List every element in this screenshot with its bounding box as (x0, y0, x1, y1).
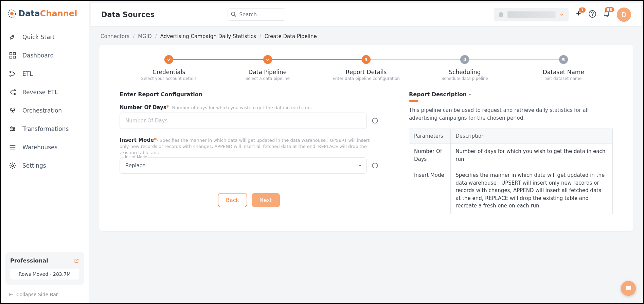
bell-badge: 98 (605, 7, 614, 12)
chat-button[interactable] (621, 281, 636, 296)
svg-point-8 (10, 75, 11, 77)
divider (133, 184, 365, 184)
etl-icon (9, 70, 16, 78)
collapse-sidebar[interactable]: Collapse Side Bar (5, 290, 84, 299)
sidebar-item-label: Quick Start (22, 34, 55, 40)
number-of-days-input[interactable] (120, 113, 367, 129)
sidebar-item-label: Warehouses (22, 144, 57, 151)
param-name: Insert Mode (409, 167, 451, 214)
days-label: Number Of Days*- Number of days for whic… (120, 104, 378, 111)
sidebar-item-transformations[interactable]: Transformations (5, 120, 84, 137)
notifications-button[interactable]: 98 (603, 10, 611, 19)
sidebar-item-dashboard[interactable]: Dashboard (5, 47, 84, 64)
sidebar-item-orchestration[interactable]: Orchestration (5, 102, 84, 119)
svg-rect-4 (13, 53, 15, 55)
breadcrumb-item[interactable]: Create Data Pipeline (265, 33, 317, 39)
collapse-icon (9, 292, 14, 297)
sidebar-item-warehouses[interactable]: Warehouses (5, 139, 84, 156)
breadcrumb-item[interactable]: Advertising Campaign Daily Statistics (160, 33, 256, 39)
search (228, 9, 285, 21)
main: Data Sources 1 98 D Con (89, 1, 643, 303)
page-title: Data Sources (101, 11, 155, 19)
topbar: Data Sources 1 98 D (91, 3, 641, 27)
chat-icon (625, 285, 632, 292)
sidebar-item-settings[interactable]: Settings (5, 157, 84, 174)
stepper: Credentials Select your account details … (120, 55, 613, 81)
svg-point-11 (10, 108, 12, 109)
step-subtitle: Enter data pipeline configuration (333, 76, 400, 81)
table-row: Insert Mode Specifies the manner in whic… (409, 167, 613, 214)
param-desc: Number of days for which you wish to get… (451, 143, 613, 167)
brand-text: DataChannel (18, 9, 77, 18)
insert-label: Insert Mode*- Specifies the manner in wh… (120, 137, 378, 155)
ai-sparkle-button[interactable]: 1 (575, 10, 582, 19)
step-circle: 5 (559, 55, 568, 64)
sidebar-item-quick-start[interactable]: Quick Start (5, 29, 84, 46)
sidebar-item-label: Dashboard (22, 52, 54, 59)
sidebar-item-reverse-etl[interactable]: Reverse ETL (5, 84, 84, 101)
plan-card: Professional Rows Moved - 283.7M (5, 252, 84, 285)
description-section: Report Description - This pipeline can b… (409, 91, 613, 214)
info-icon[interactable] (372, 117, 378, 124)
svg-rect-5 (10, 56, 12, 58)
sidebar-item-label: Orchestration (22, 107, 62, 114)
form-section: Enter Report Configuration Number Of Day… (120, 91, 378, 214)
table-header: Description (451, 129, 613, 143)
step-title: Report Details (346, 69, 387, 75)
svg-point-2 (13, 36, 14, 37)
step-circle (263, 55, 272, 64)
back-button[interactable]: Back (218, 193, 247, 207)
external-link-icon[interactable] (74, 258, 79, 264)
brand-logo[interactable]: DataChannel (5, 7, 84, 25)
parameters-table: Parameters Description Number Of Days Nu… (409, 129, 613, 214)
step-circle (164, 55, 173, 64)
breadcrumb-item[interactable]: MGID (138, 33, 152, 39)
sidebar: DataChannel Quick Start Dashboard ETL Re… (1, 1, 89, 303)
step-title: Dataset Name (543, 69, 584, 75)
org-dropdown[interactable] (494, 8, 569, 21)
select-floating-label: Insert Mode (124, 155, 148, 159)
info-icon[interactable] (372, 162, 378, 169)
help-icon (588, 10, 596, 18)
step-circle: 4 (460, 55, 469, 64)
user-avatar[interactable]: D (617, 7, 631, 22)
check-icon (166, 57, 171, 62)
plan-name: Professional (10, 257, 48, 264)
plan-rows-moved: Rows Moved - 283.7M (10, 269, 79, 280)
svg-point-7 (10, 71, 11, 73)
step-subtitle: Select your account details (141, 76, 197, 81)
svg-point-9 (14, 90, 16, 91)
ai-badge: 1 (579, 7, 586, 13)
sidebar-item-label: Reverse ETL (22, 89, 58, 96)
sidebar-item-etl[interactable]: ETL (5, 65, 84, 82)
sidebar-item-label: Settings (22, 162, 46, 169)
svg-point-12 (14, 108, 15, 109)
sidebar-item-label: ETL (22, 70, 33, 77)
step-subtitle: Select a data pipeline (245, 76, 289, 81)
next-button[interactable]: Next (252, 193, 280, 207)
description-title: Report Description - (409, 91, 613, 98)
svg-point-16 (11, 130, 13, 131)
sidebar-item-label: Transformations (22, 125, 69, 132)
help-button[interactable] (588, 10, 596, 19)
svg-point-10 (14, 94, 16, 95)
warehouse-icon (9, 143, 16, 151)
svg-point-13 (12, 112, 13, 113)
svg-point-15 (13, 128, 15, 130)
rocket-icon (9, 33, 16, 41)
transformations-icon (9, 125, 16, 133)
step-credentials[interactable]: Credentials Select your account details (120, 55, 218, 81)
step-title: Credentials (153, 69, 185, 75)
svg-rect-19 (499, 13, 503, 17)
step-subtitle: Set dataset name (545, 76, 582, 81)
breadcrumb-item[interactable]: Connectors (101, 33, 129, 39)
section-title: Enter Report Configuration (120, 91, 378, 98)
svg-point-22 (592, 15, 593, 16)
gear-icon (9, 162, 16, 169)
step-circle: 3 (362, 55, 371, 64)
content-card: Credentials Select your account details … (99, 45, 633, 231)
reverse-etl-icon (9, 88, 16, 96)
insert-mode-select[interactable]: Replace (120, 157, 367, 174)
table-row: Number Of Days Number of days for which … (409, 143, 613, 167)
brand-mark-icon (7, 9, 16, 18)
